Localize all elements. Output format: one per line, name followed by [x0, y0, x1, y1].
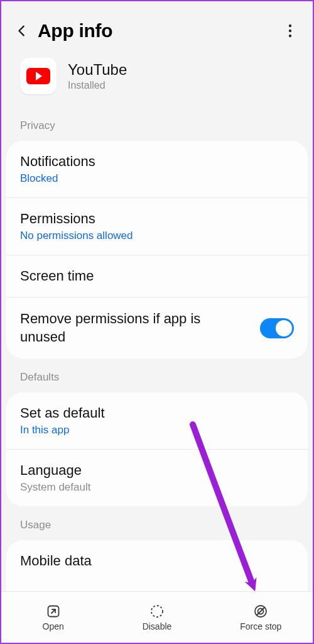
disable-label: Disable — [143, 621, 172, 631]
row-permissions[interactable]: Permissions No permissions allowed — [6, 197, 308, 255]
defaults-card: Set as default In this app Language Syst… — [6, 392, 308, 506]
app-identity: YouTube Installed — [1, 55, 313, 107]
remove-permissions-title: Remove permissions if app is unused — [20, 310, 260, 346]
bottom-action-bar: Open Disable Force stop — [1, 591, 313, 643]
open-label: Open — [43, 621, 64, 631]
svg-point-0 — [289, 25, 291, 27]
page-title: App info — [38, 20, 283, 42]
more-icon[interactable] — [283, 23, 298, 38]
row-mobile-data[interactable]: Mobile data — [6, 540, 308, 591]
language-title: Language — [20, 462, 294, 479]
svg-line-4 — [51, 609, 55, 613]
screen-time-title: Screen time — [20, 268, 294, 284]
svg-point-5 — [151, 606, 163, 617]
force-stop-icon — [253, 604, 268, 619]
set-default-value: In this app — [20, 424, 294, 436]
section-usage-label: Usage — [1, 506, 313, 540]
youtube-app-icon — [20, 58, 57, 94]
svg-point-1 — [289, 30, 291, 32]
disable-icon — [149, 604, 165, 619]
back-icon[interactable] — [14, 23, 30, 39]
row-screen-time[interactable]: Screen time — [6, 255, 308, 297]
mobile-data-title: Mobile data — [20, 553, 294, 569]
row-remove-permissions[interactable]: Remove permissions if app is unused — [6, 297, 308, 358]
row-language[interactable]: Language System default — [6, 449, 308, 506]
permissions-title: Permissions — [20, 211, 294, 227]
header: App info — [1, 1, 313, 55]
permissions-value: No permissions allowed — [20, 230, 294, 242]
row-set-default[interactable]: Set as default In this app — [6, 392, 308, 449]
notifications-title: Notifications — [20, 153, 294, 170]
disable-button[interactable]: Disable — [105, 592, 208, 643]
open-icon — [46, 604, 61, 619]
force-stop-button[interactable]: Force stop — [209, 592, 313, 643]
app-name: YouTube — [68, 61, 127, 79]
set-default-title: Set as default — [20, 405, 294, 421]
privacy-card: Notifications Blocked Permissions No per… — [6, 141, 308, 358]
remove-permissions-toggle[interactable] — [260, 318, 294, 338]
section-privacy-label: Privacy — [1, 107, 313, 141]
notifications-value: Blocked — [20, 172, 294, 185]
language-value: System default — [20, 481, 294, 494]
app-status: Installed — [68, 80, 127, 91]
force-stop-label: Force stop — [240, 621, 281, 631]
open-button[interactable]: Open — [1, 592, 105, 643]
section-defaults-label: Defaults — [1, 358, 313, 392]
svg-point-2 — [289, 35, 291, 37]
toggle-knob — [276, 320, 292, 336]
usage-card: Mobile data — [6, 540, 308, 591]
row-notifications[interactable]: Notifications Blocked — [6, 141, 308, 197]
